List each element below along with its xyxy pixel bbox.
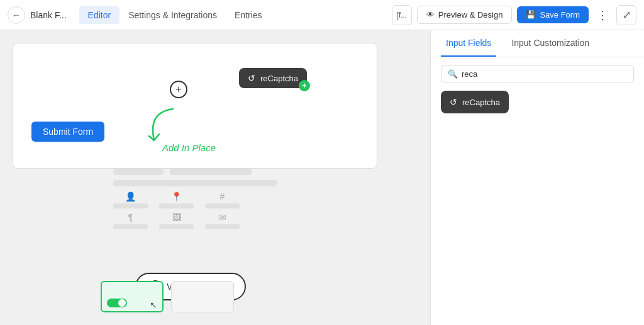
toggle-switch <box>107 299 127 307</box>
skeleton-bar <box>205 203 240 208</box>
expand-icon: ⤢ <box>623 9 631 21</box>
header-nav: Editor Settings & Integrations Entries <box>79 6 271 24</box>
skeleton-bar <box>170 169 252 175</box>
image-icon: 🖼 <box>172 212 181 222</box>
submit-form-button[interactable]: Submit Form <box>31 122 104 142</box>
tab-input-fields[interactable]: Input Fields <box>441 30 496 57</box>
canvas-area: ↺ reCaptcha + + Add In Place Submit Form <box>0 30 430 325</box>
thumbnail-2[interactable] <box>171 281 234 312</box>
page-title: Blank F... <box>30 10 67 20</box>
skeleton-bar <box>159 224 194 229</box>
skeleton-bar <box>113 169 164 175</box>
panel-content: 🔍 ↺ reCaptcha <box>431 57 644 325</box>
add-in-place-arrow <box>135 106 198 169</box>
add-in-place-label: Add In Place <box>162 142 216 154</box>
skeleton-bar <box>113 224 148 229</box>
header: ← Blank F... Editor Settings & Integrati… <box>0 0 644 30</box>
main-layout: ↺ reCaptcha + + Add In Place Submit Form <box>0 30 644 325</box>
expand-button[interactable]: ⤢ <box>616 5 636 25</box>
location-icon: 📍 <box>171 191 182 202</box>
back-icon: ← <box>12 10 21 20</box>
add-in-place-area: + <box>170 81 187 98</box>
fields-icon: [f... <box>396 11 407 20</box>
form-fields-preview: 👤 📍 # ¶ 🖼 <box>113 169 277 233</box>
save-form-button[interactable]: 💾 Save Form <box>517 6 589 23</box>
back-button[interactable]: ← <box>8 6 25 24</box>
recaptcha-chip-icon: ↺ <box>450 97 457 107</box>
paragraph-icon: ¶ <box>128 212 133 222</box>
email-icon: ✉ <box>219 212 226 222</box>
right-panel: Input Fields Input Customization 🔍 ↺ reC… <box>430 30 644 325</box>
search-box: 🔍 <box>441 65 634 83</box>
more-options-button[interactable]: ⋮ <box>594 6 611 24</box>
skeleton-bar <box>205 224 240 229</box>
search-input[interactable] <box>462 69 627 79</box>
nav-entries[interactable]: Entries <box>226 6 271 24</box>
panel-tabs: Input Fields Input Customization <box>431 30 644 57</box>
recaptcha-icon: ↺ <box>248 73 255 83</box>
skeleton-bar <box>159 203 194 208</box>
add-in-place-button[interactable]: + <box>170 81 187 98</box>
recaptcha-drag-element[interactable]: ↺ reCaptcha + <box>239 68 307 88</box>
header-actions: [f... 👁 Preview & Design 💾 Save Form ⋮ ⤢ <box>392 5 636 25</box>
thumbnail-1[interactable]: ↖ <box>101 281 164 312</box>
nav-settings[interactable]: Settings & Integrations <box>119 6 226 24</box>
toggle-circle <box>118 299 126 307</box>
recaptcha-field-chip[interactable]: ↺ reCaptcha <box>441 91 509 113</box>
skeleton-bar <box>113 180 277 186</box>
tab-input-customization[interactable]: Input Customization <box>506 30 594 57</box>
nav-editor[interactable]: Editor <box>79 6 120 24</box>
fields-toggle-button[interactable]: [f... <box>392 5 412 25</box>
bottom-thumbnails: ↖ <box>101 281 234 312</box>
hash-icon: # <box>220 191 225 202</box>
save-icon: 💾 <box>526 10 536 20</box>
preview-design-button[interactable]: 👁 Preview & Design <box>417 6 513 24</box>
cursor-icon: ↖ <box>150 300 157 310</box>
skeleton-bar <box>113 203 148 208</box>
add-plus-badge: + <box>299 80 310 91</box>
eye-icon: 👁 <box>426 10 435 20</box>
search-icon: 🔍 <box>448 69 458 79</box>
person-icon: 👤 <box>125 191 136 202</box>
